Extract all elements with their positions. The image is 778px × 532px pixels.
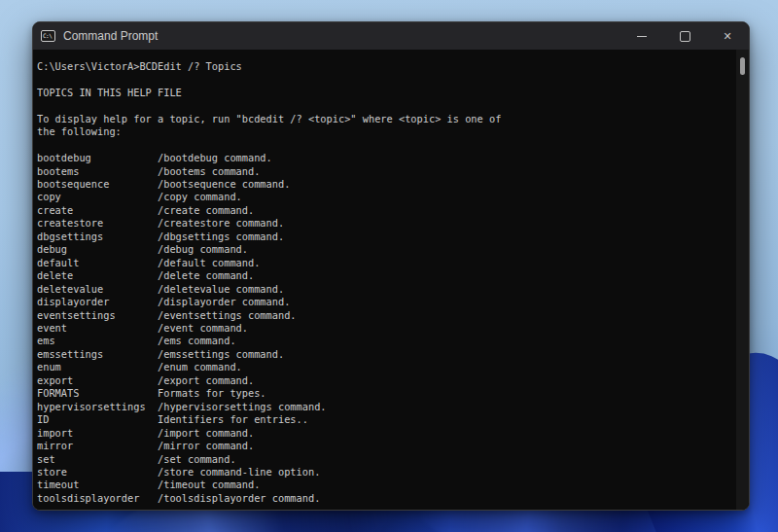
- topic-description: /deletevalue command.: [158, 283, 284, 295]
- topic-description: /bootems command.: [158, 165, 260, 177]
- topic-name: copy: [37, 191, 158, 203]
- topic-row: event/event command.: [37, 322, 736, 335]
- scrollbar-track[interactable]: [736, 50, 749, 510]
- topic-description: /displayorder command.: [158, 296, 290, 307]
- topic-name: ems: [37, 335, 158, 347]
- topic-description: Identifiers for entries..: [158, 413, 308, 425]
- topic-row: toolsdisplayorder/toolsdisplayorder comm…: [37, 492, 736, 505]
- blank-line: [37, 139, 736, 152]
- topic-name: createstore: [37, 217, 158, 230]
- topic-row: FORMATSFormats for types.: [37, 387, 736, 400]
- topic-description: /copy command.: [158, 191, 242, 202]
- topic-description: /timeout command.: [158, 479, 260, 490]
- topic-name: FORMATS: [37, 387, 158, 400]
- topic-name: create: [37, 204, 158, 217]
- topic-name: default: [37, 257, 158, 269]
- scrollbar-thumb[interactable]: [740, 57, 745, 75]
- topic-row: set/set command.: [37, 453, 736, 466]
- topic-description: /import command.: [158, 427, 254, 439]
- topic-description: /default command.: [158, 257, 260, 268]
- prompt-line: C:\Users\VictorA>BCDEdit /? Topics: [37, 60, 736, 73]
- topic-name: emssettings: [37, 348, 158, 361]
- topic-row: emssettings/emssettings command.: [37, 348, 736, 361]
- topic-row: timeout/timeout command.: [37, 479, 736, 491]
- intro-line-2: the following:: [37, 125, 736, 138]
- topic-name: deletevalue: [37, 283, 158, 296]
- topic-name: bootems: [37, 165, 158, 178]
- topic-row: import/import command.: [37, 427, 736, 440]
- window-title: Command Prompt: [63, 29, 620, 43]
- topic-description: /bootdebug command.: [158, 152, 272, 163]
- topic-row: ems/ems command.: [37, 335, 736, 347]
- topic-row: displayorder/displayorder command.: [37, 296, 736, 308]
- topic-row: createstore/createstore command.: [37, 217, 736, 230]
- topic-name: displayorder: [37, 296, 158, 308]
- topic-name: timeout: [37, 479, 158, 491]
- close-icon: ✕: [723, 31, 731, 42]
- topic-description: /bootsequence command.: [158, 178, 290, 190]
- help-heading: TOPICS IN THIS HELP FILE: [37, 87, 736, 99]
- topic-name: delete: [37, 269, 158, 282]
- topic-row: bootsequence/bootsequence command.: [37, 178, 736, 191]
- topic-name: bootdebug: [37, 152, 158, 164]
- topic-description: /debug command.: [158, 243, 248, 255]
- topic-description: /enum command.: [158, 361, 242, 372]
- topic-description: /ems command.: [158, 335, 236, 346]
- topic-description: /set command.: [158, 453, 236, 465]
- topic-row: export/export command.: [37, 374, 736, 387]
- minimize-button[interactable]: [620, 22, 663, 50]
- topic-row: copy/copy command.: [37, 191, 736, 203]
- topic-name: debug: [37, 243, 158, 256]
- topic-row: create/create command.: [37, 204, 736, 217]
- minimize-icon: [637, 36, 647, 37]
- window-titlebar[interactable]: C:\ Command Prompt ✕: [33, 22, 749, 50]
- topic-name: eventsettings: [37, 309, 158, 322]
- topic-description: /toolsdisplayorder command.: [158, 492, 320, 504]
- topic-row: hypervisorsettings/hypervisorsettings co…: [37, 401, 736, 413]
- cmd-icon-text: C:\: [42, 33, 52, 39]
- maximize-icon: [680, 31, 690, 42]
- topic-row: IDIdentifiers for entries..: [37, 413, 736, 426]
- topic-name: ID: [37, 413, 158, 426]
- topic-description: /emssettings command.: [158, 348, 284, 360]
- intro-line-1: To display help for a topic, run "bcdedi…: [37, 113, 736, 125]
- topic-row: default/default command.: [37, 257, 736, 269]
- topic-row: dbgsettings/dbgsettings command.: [37, 231, 736, 243]
- desktop: C:\ Command Prompt ✕ C:\Users\VictorA>BC…: [0, 0, 778, 532]
- topic-description: /event command.: [158, 322, 248, 334]
- topic-description: /hypervisorsettings command.: [158, 401, 327, 412]
- blank-line: [37, 99, 736, 112]
- topic-row: bootems/bootems command.: [37, 165, 736, 178]
- maximize-button[interactable]: [663, 22, 706, 50]
- topic-row: mirror/mirror command.: [37, 440, 736, 452]
- cmd-icon: C:\: [41, 30, 55, 42]
- topic-description: Formats for types.: [158, 387, 266, 399]
- topic-name: hypervisorsettings: [37, 401, 158, 413]
- topic-description: /createstore command.: [158, 217, 284, 229]
- topics-list: bootdebug/bootdebug command.bootems/boot…: [37, 152, 736, 505]
- topic-description: /export command.: [158, 374, 254, 386]
- terminal-screen[interactable]: C:\Users\VictorA>BCDEdit /? Topics TOPIC…: [33, 50, 736, 510]
- topic-row: delete/delete command.: [37, 269, 736, 282]
- topic-description: /create command.: [158, 204, 254, 216]
- topic-name: export: [37, 374, 158, 387]
- command-prompt-window: C:\ Command Prompt ✕ C:\Users\VictorA>BC…: [32, 21, 750, 511]
- window-controls: ✕: [620, 22, 749, 50]
- topic-row: debug/debug command.: [37, 243, 736, 256]
- blank-line: [37, 73, 736, 86]
- topic-description: /dbgsettings command.: [158, 231, 284, 242]
- topic-name: bootsequence: [37, 178, 158, 191]
- topic-row: eventsettings/eventsettings command.: [37, 309, 736, 322]
- topic-name: enum: [37, 361, 158, 373]
- topic-description: /mirror command.: [158, 440, 254, 451]
- topic-row: deletevalue/deletevalue command.: [37, 283, 736, 296]
- close-button[interactable]: ✕: [706, 22, 749, 50]
- topic-description: /eventsettings command.: [158, 309, 297, 321]
- topic-name: mirror: [37, 440, 158, 452]
- topic-description: /store command-line option.: [158, 466, 320, 478]
- topic-row: bootdebug/bootdebug command.: [37, 152, 736, 164]
- topic-name: import: [37, 427, 158, 440]
- topic-name: set: [37, 453, 158, 466]
- topic-description: /delete command.: [158, 269, 254, 281]
- topic-row: enum/enum command.: [37, 361, 736, 373]
